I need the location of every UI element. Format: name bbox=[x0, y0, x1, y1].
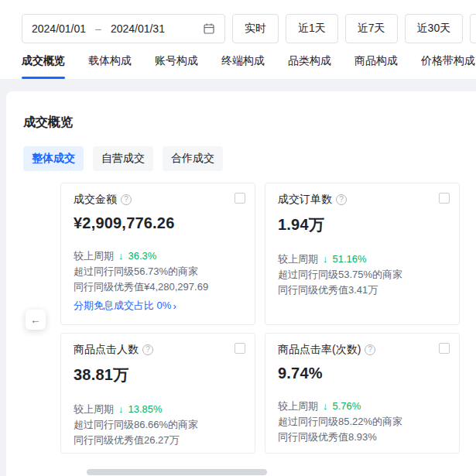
date-end-value: 2024/01/31 bbox=[111, 22, 165, 35]
peer-best-text: 同行同级优秀值8.93% bbox=[278, 430, 447, 444]
subtab-overall[interactable]: 整体成交 bbox=[23, 146, 84, 171]
card-select-checkbox[interactable] bbox=[439, 343, 450, 354]
date-separator: – bbox=[95, 22, 101, 35]
quick-range-7d[interactable]: 近7天 bbox=[345, 14, 398, 43]
subtab-group: 整体成交 自营成交 合作成交 bbox=[23, 146, 476, 171]
arrow-down-icon: ↓ bbox=[323, 399, 328, 413]
change-label: 较上周期 bbox=[74, 249, 114, 263]
metric-value: 9.74% bbox=[278, 365, 447, 382]
arrow-down-icon: ↓ bbox=[323, 252, 328, 266]
card-title: 商品点击率(次数) bbox=[278, 343, 361, 357]
card-select-checkbox[interactable] bbox=[235, 343, 245, 354]
change-label: 较上周期 bbox=[278, 399, 318, 413]
card-title: 成交金额 bbox=[74, 193, 117, 207]
peer-rank-text: 超过同行同级85.22%的商家 bbox=[278, 415, 447, 429]
tab-product-composition[interactable]: 商品构成 bbox=[354, 43, 398, 79]
transaction-overview-panel: 成交概览 整体成交 自营成交 合作成交 成交金额 ? ¥2,909,776.26 bbox=[6, 91, 476, 476]
peer-rank-text: 超过同行同级53.75%的商家 bbox=[278, 268, 447, 282]
quick-range-1d[interactable]: 近1天 bbox=[286, 14, 338, 43]
nav-tabs: 成交概览 载体构成 账号构成 终端构成 品类构成 商品构成 价格带构成 人群构成 bbox=[0, 43, 476, 80]
change-value: 5.76% bbox=[333, 399, 361, 413]
change-value: 51.16% bbox=[333, 252, 367, 266]
help-icon[interactable]: ? bbox=[365, 344, 375, 355]
subtab-self-operated[interactable]: 自营成交 bbox=[93, 146, 153, 171]
peer-best-text: 同行同级优秀值¥4,280,297.69 bbox=[74, 280, 242, 294]
peer-best-text: 同行同级优秀值3.41万 bbox=[278, 283, 447, 297]
metric-card-product-click-users: 商品点击人数 ? 38.81万 较上周期 ↓ 13.85% 超过同行同级86.6… bbox=[60, 333, 255, 454]
panel-title: 成交概览 bbox=[23, 115, 476, 131]
change-value: 36.3% bbox=[128, 249, 157, 263]
help-icon[interactable]: ? bbox=[142, 344, 153, 355]
scroll-left-button[interactable]: ← bbox=[26, 310, 46, 330]
date-start-value: 2024/01/01 bbox=[32, 22, 86, 35]
metric-value: ¥2,909,776.26 bbox=[74, 214, 242, 232]
horizontal-scrollbar-thumb[interactable] bbox=[87, 469, 267, 475]
arrow-down-icon: ↓ bbox=[118, 402, 124, 416]
change-label: 较上周期 bbox=[74, 402, 114, 416]
metric-card-product-ctr: 商品点击率(次数) ? 9.74% 较上周期 ↓ 5.76% 超过同行同级85.… bbox=[265, 333, 460, 454]
metric-value: 1.94万 bbox=[278, 214, 447, 235]
tab-transaction-overview[interactable]: 成交概览 bbox=[22, 43, 65, 79]
change-label: 较上周期 bbox=[278, 252, 318, 266]
card-select-checkbox[interactable] bbox=[235, 193, 245, 204]
metric-value: 38.81万 bbox=[74, 365, 242, 385]
calendar-icon bbox=[203, 22, 215, 35]
tab-terminal-composition[interactable]: 终端构成 bbox=[221, 43, 265, 79]
metric-cards-grid: 成交金额 ? ¥2,909,776.26 较上周期 ↓ 36.3% 超过同行同级… bbox=[60, 183, 476, 454]
installment-interest-free-link[interactable]: 分期免息成交占比 0% › bbox=[74, 299, 242, 313]
chevron-right-icon: › bbox=[173, 301, 176, 311]
help-icon[interactable]: ? bbox=[336, 194, 347, 205]
tab-category-composition[interactable]: 品类构成 bbox=[288, 43, 331, 79]
filter-bar: 2024/01/01 – 2024/01/31 实时 近1天 近7天 近30天 … bbox=[22, 14, 476, 43]
card-title: 商品点击人数 bbox=[74, 343, 139, 357]
help-icon[interactable]: ? bbox=[121, 194, 132, 205]
screen: { "colors": { "accent_blue": "#1966ff", … bbox=[0, 0, 476, 476]
change-value: 13.85% bbox=[128, 402, 163, 416]
card-title: 成交订单数 bbox=[278, 193, 332, 207]
metric-card-gmv: 成交金额 ? ¥2,909,776.26 较上周期 ↓ 36.3% 超过同行同级… bbox=[60, 183, 255, 325]
content-area: 成交概览 整体成交 自营成交 合作成交 成交金额 ? ¥2,909,776.26 bbox=[0, 80, 476, 476]
peer-best-text: 同行同级优秀值26.27万 bbox=[74, 433, 242, 447]
tab-price-band-composition[interactable]: 价格带构成 bbox=[421, 43, 475, 79]
peer-rank-text: 超过同行同级86.66%的商家 bbox=[74, 418, 242, 432]
quick-range-realtime[interactable]: 实时 bbox=[232, 14, 279, 43]
quick-range-30d[interactable]: 近30天 bbox=[405, 14, 464, 43]
card-select-checkbox[interactable] bbox=[439, 193, 450, 204]
metric-card-orders: 成交订单数 ? 1.94万 较上周期 ↓ 51.16% 超过同行同级53.75%… bbox=[265, 183, 460, 325]
peer-rank-text: 超过同行同级56.73%的商家 bbox=[74, 265, 242, 279]
quick-range-custom[interactable]: 自定义 bbox=[470, 14, 476, 43]
tab-carrier-composition[interactable]: 载体构成 bbox=[88, 43, 132, 79]
date-range-picker[interactable]: 2024/01/01 – 2024/01/31 bbox=[22, 14, 225, 43]
arrow-down-icon: ↓ bbox=[118, 249, 124, 263]
subtab-cooperation[interactable]: 合作成交 bbox=[163, 146, 223, 171]
tab-account-composition[interactable]: 账号构成 bbox=[155, 43, 198, 79]
